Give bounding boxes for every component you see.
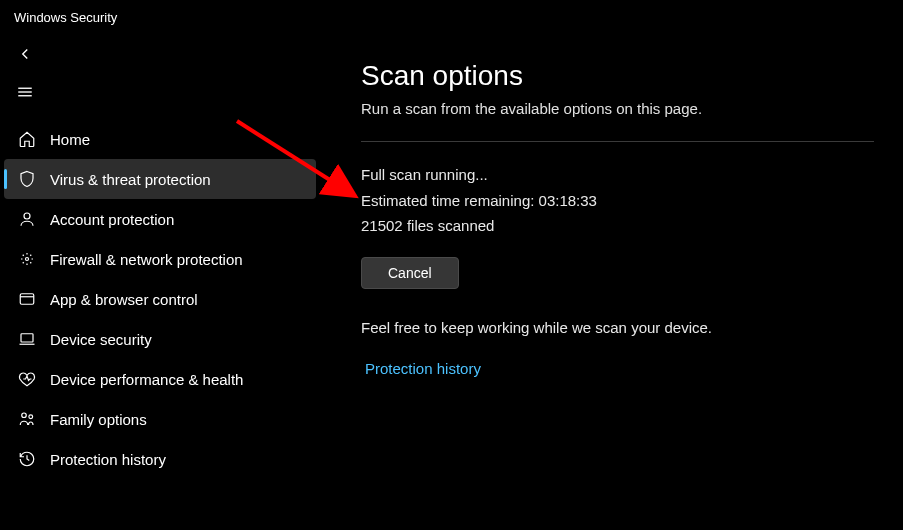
sidebar-item-label: Device security: [50, 331, 152, 348]
scan-status-running: Full scan running...: [361, 162, 874, 188]
sidebar-item-firewall[interactable]: Firewall & network protection: [4, 239, 316, 279]
svg-rect-7: [21, 334, 33, 342]
scan-status-estimate: Estimated time remaining: 03:18:33: [361, 188, 874, 214]
sidebar-item-label: Virus & threat protection: [50, 171, 211, 188]
arrow-left-icon: [16, 45, 34, 63]
sidebar-item-label: Protection history: [50, 451, 166, 468]
svg-rect-5: [20, 294, 34, 305]
sidebar-item-label: Home: [50, 131, 90, 148]
app-title: Windows Security: [0, 0, 903, 35]
sidebar-item-home[interactable]: Home: [4, 119, 316, 159]
network-icon: [18, 250, 36, 268]
sidebar-item-label: Family options: [50, 411, 147, 428]
sidebar-item-family[interactable]: Family options: [4, 399, 316, 439]
sidebar-item-app-browser[interactable]: App & browser control: [4, 279, 316, 319]
sidebar-item-label: Account protection: [50, 211, 174, 228]
sidebar-item-label: App & browser control: [50, 291, 198, 308]
heart-icon: [18, 370, 36, 388]
svg-point-9: [22, 413, 27, 418]
shield-icon: [18, 170, 36, 188]
menu-icon: [16, 83, 34, 101]
scan-status-files: 21502 files scanned: [361, 213, 874, 239]
history-icon: [18, 450, 36, 468]
hint-text: Feel free to keep working while we scan …: [361, 319, 874, 336]
svg-point-3: [24, 213, 30, 219]
back-button[interactable]: [0, 35, 320, 73]
cancel-button[interactable]: Cancel: [361, 257, 459, 289]
laptop-icon: [18, 330, 36, 348]
hamburger-button[interactable]: [0, 73, 320, 119]
sidebar-item-label: Firewall & network protection: [50, 251, 243, 268]
main-content: Scan options Run a scan from the availab…: [320, 35, 903, 529]
sidebar: Home Virus & threat protection Account p…: [0, 35, 320, 529]
home-icon: [18, 130, 36, 148]
sidebar-item-device-performance[interactable]: Device performance & health: [4, 359, 316, 399]
family-icon: [18, 410, 36, 428]
page-title: Scan options: [361, 60, 874, 92]
sidebar-item-protection-history[interactable]: Protection history: [4, 439, 316, 479]
sidebar-item-account[interactable]: Account protection: [4, 199, 316, 239]
divider: [361, 141, 874, 142]
app-icon: [18, 290, 36, 308]
sidebar-item-device-security[interactable]: Device security: [4, 319, 316, 359]
svg-point-10: [29, 415, 33, 419]
svg-point-4: [26, 258, 29, 261]
protection-history-link[interactable]: Protection history: [365, 360, 481, 377]
person-icon: [18, 210, 36, 228]
sidebar-item-label: Device performance & health: [50, 371, 243, 388]
sidebar-item-virus-threat[interactable]: Virus & threat protection: [4, 159, 316, 199]
page-subtitle: Run a scan from the available options on…: [361, 100, 874, 117]
